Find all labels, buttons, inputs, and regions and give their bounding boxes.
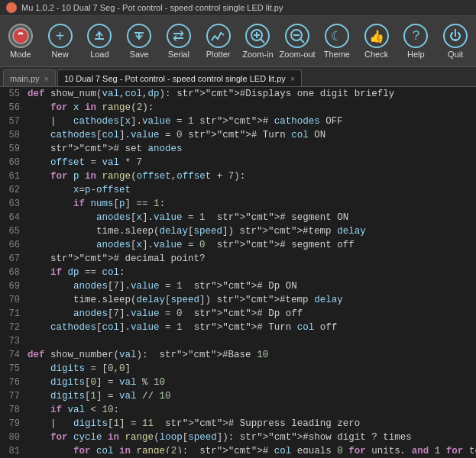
code-line: 59 str">"cmt"># set anodes — [0, 142, 476, 156]
titlebar: Mu 1.0.2 - 10 Dual 7 Seg - Pot control -… — [0, 0, 476, 16]
line-content: for cycle in range(loop[speed]): str">"c… — [28, 431, 476, 444]
new-icon: + — [48, 24, 73, 48]
check-label: Check — [364, 50, 388, 59]
line-content: def show_num(val,col,dp): str">"cmt">#Di… — [28, 87, 476, 101]
tab-main-label: main.py — [10, 74, 40, 83]
code-line: 60 offset = val * 7 — [0, 156, 476, 169]
code-line: 67 str">"cmt"># decimal point? — [0, 252, 476, 266]
save-icon — [127, 24, 151, 48]
theme-icon: ☾ — [325, 24, 349, 48]
check-icon: 👍 — [364, 24, 389, 48]
code-editor[interactable]: 55def show_num(val,col,dp): str">"cmt">#… — [0, 87, 476, 453]
line-number: 78 — [0, 403, 28, 417]
tab-main-close[interactable]: × — [44, 74, 49, 83]
line-content: offset = val * 7 — [28, 156, 476, 169]
zoom-in-button[interactable]: Zoom-in — [239, 19, 277, 63]
theme-label: Theme — [324, 50, 350, 59]
code-line: 81 for col in range(2): str">"cmt"># col… — [0, 444, 476, 453]
line-content: time.sleep(delay[speed]) str">"cmt">#tem… — [28, 293, 476, 307]
mode-icon — [8, 24, 33, 48]
line-content: anodes[x].value = 1 str">"cmt"># segment… — [28, 211, 476, 224]
load-label: Load — [90, 50, 108, 59]
line-content: x=p-offset — [28, 183, 476, 197]
code-line: 72 cathodes[col].value = 1 str">"cmt"># … — [0, 321, 476, 334]
help-icon: ? — [403, 24, 428, 48]
code-line: 78 if val < 10: — [0, 403, 476, 417]
line-content: def show_number(val): str">"cmt">#Base 1… — [28, 348, 476, 362]
svg-line-10 — [300, 39, 304, 43]
serial-button[interactable]: ⇄ Serial — [160, 19, 198, 63]
code-line: 79 | digits[1] = 11 str">"cmt"># Suppres… — [0, 417, 476, 431]
zoom-out-label: Zoom-out — [280, 50, 316, 59]
titlebar-text: Mu 1.0.2 - 10 Dual 7 Seg - Pot control -… — [21, 3, 283, 12]
line-number: 64 — [0, 211, 28, 224]
line-content: time.sleep(delay[speed]) str">"cmt">#tem… — [28, 224, 476, 238]
code-line: 69 anodes[7].value = 1 str">"cmt"># Dp O… — [0, 279, 476, 293]
line-number: 68 — [0, 266, 28, 279]
code-line: 64 anodes[x].value = 1 str">"cmt"># segm… — [0, 211, 476, 224]
line-content: anodes[7].value = 1 str">"cmt"># Dp ON — [28, 279, 476, 293]
line-number: 70 — [0, 293, 28, 307]
line-number: 73 — [0, 334, 28, 348]
quit-label: Quit — [448, 50, 463, 59]
line-number: 67 — [0, 252, 28, 266]
line-number: 80 — [0, 431, 28, 444]
line-content — [28, 334, 476, 348]
line-number: 81 — [0, 444, 28, 453]
save-button[interactable]: Save — [120, 19, 158, 63]
new-label: New — [52, 50, 69, 59]
code-line: 73 — [0, 334, 476, 348]
line-content: digits[0] = val % 10 — [28, 376, 476, 389]
line-number: 72 — [0, 321, 28, 334]
zoom-out-button[interactable]: Zoom-out — [278, 19, 316, 63]
load-button[interactable]: Load — [81, 19, 119, 63]
line-number: 76 — [0, 376, 28, 389]
line-content: if val < 10: — [28, 403, 476, 417]
line-content: str">"cmt"># decimal point? — [28, 252, 476, 266]
line-content: | digits[1] = 11 str">"cmt"># Suppress l… — [28, 417, 476, 431]
mode-button[interactable]: Mode — [2, 19, 40, 63]
tab-code[interactable]: 10 Dual 7 Seg - Pot control - speed cont… — [57, 69, 302, 86]
plotter-icon — [206, 24, 231, 48]
line-number: 69 — [0, 279, 28, 293]
app-icon — [6, 2, 17, 13]
check-button[interactable]: 👍 Check — [358, 19, 396, 63]
line-content: digits = [0,0] — [28, 362, 476, 376]
line-number: 63 — [0, 197, 28, 211]
line-content: str">"cmt"># set anodes — [28, 142, 476, 156]
plotter-label: Plotter — [206, 50, 231, 59]
line-content: for col in range(2): str">"cmt"># col eq… — [28, 444, 476, 453]
code-line: 75 digits = [0,0] — [0, 362, 476, 376]
zoom-out-icon — [285, 24, 309, 48]
line-content: cathodes[col].value = 0 str">"cmt"># Tur… — [28, 128, 476, 142]
tab-code-close[interactable]: × — [290, 74, 295, 83]
line-content: anodes[x].value = 0 str">"cmt"># segment… — [28, 238, 476, 252]
code-line: 66 anodes[x].value = 0 str">"cmt"># segm… — [0, 238, 476, 252]
svg-line-6 — [261, 39, 264, 43]
code-line: 76 digits[0] = val % 10 — [0, 376, 476, 389]
code-line: 70 time.sleep(delay[speed]) str">"cmt">#… — [0, 293, 476, 307]
line-number: 79 — [0, 417, 28, 431]
line-number: 77 — [0, 389, 28, 403]
plotter-button[interactable]: Plotter — [199, 19, 238, 63]
code-line: 71 anodes[7].value = 0 str">"cmt"># Dp o… — [0, 307, 476, 321]
line-number: 66 — [0, 238, 28, 252]
serial-icon: ⇄ — [167, 24, 191, 48]
new-button[interactable]: + New — [41, 19, 79, 63]
help-button[interactable]: ? Help — [397, 19, 436, 63]
line-number: 55 — [0, 87, 28, 101]
mode-label: Mode — [10, 50, 31, 59]
line-number: 59 — [0, 142, 28, 156]
line-number: 71 — [0, 307, 28, 321]
quit-button[interactable]: ⏻ Quit — [436, 19, 474, 63]
tab-bar: main.py × 10 Dual 7 Seg - Pot control - … — [0, 67, 476, 87]
svg-rect-1 — [95, 38, 104, 40]
tab-main[interactable]: main.py × — [3, 69, 56, 86]
code-line: 58 cathodes[col].value = 0 str">"cmt"># … — [0, 128, 476, 142]
code-line: 68 if dp == col: — [0, 266, 476, 279]
toolbar: Mode + New Load Save ⇄ Serial — [0, 16, 476, 67]
tab-code-label: 10 Dual 7 Seg - Pot control - speed cont… — [64, 74, 286, 83]
line-number: 61 — [0, 169, 28, 183]
theme-button[interactable]: ☾ Theme — [318, 19, 356, 63]
code-line: 57 | cathodes[x].value = 1 str">"cmt"># … — [0, 114, 476, 128]
